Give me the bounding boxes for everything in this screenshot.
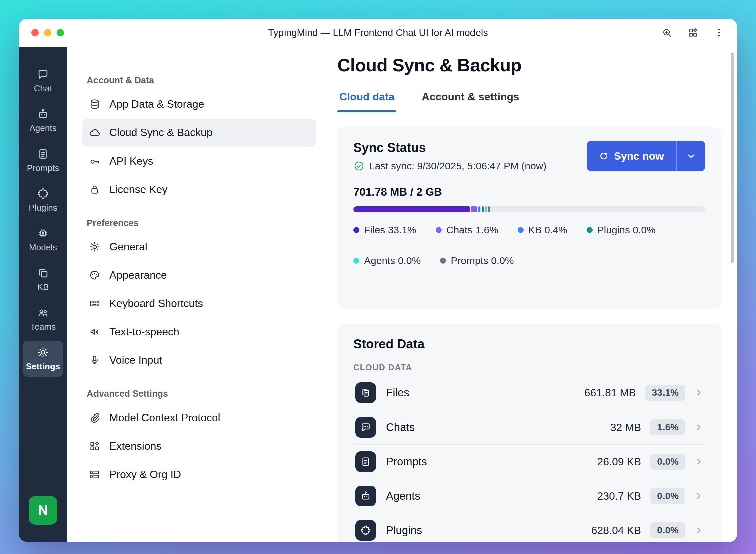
chevron-right-icon [694,457,703,466]
legend-dot [587,227,593,233]
files-icon [355,382,376,403]
settings-sidebar: Account & Data App Data & Storage Cloud … [67,47,321,542]
nav-item-prompts[interactable]: Prompts [23,142,63,178]
legend-dot [353,258,359,264]
gear-icon [37,346,49,359]
palette-icon [89,269,101,281]
sidebar-item-label: General [109,241,147,253]
legend-item-kb: KB 0.4% [517,224,567,236]
close-window-button[interactable] [32,29,39,36]
nav-item-settings[interactable]: Settings [23,341,63,377]
sidebar-item-label: Model Context Protocol [109,411,220,424]
sync-options-button[interactable] [676,141,705,171]
minimize-window-button[interactable] [44,29,51,36]
sidebar-item-appearance[interactable]: Appearance [82,261,316,289]
nav-item-chat[interactable]: Chat [23,63,63,99]
row-percent-badge: 33.1% [646,385,685,401]
page-zoom-icon[interactable] [661,27,672,38]
nav-item-agents[interactable]: Agents [23,103,63,139]
key-icon [89,155,101,167]
stored-data-card: Stored Data CLOUD DATA Files 661.81 MB 3… [337,324,721,542]
vertical-scrollbar[interactable] [730,53,734,263]
legend-label: KB 0.4% [528,224,567,236]
legend-label: Chats 1.6% [447,224,498,236]
chevron-right-icon [694,525,703,535]
keyboard-icon [89,298,101,310]
app-window: TypingMind — LLM Frontend Chat UI for AI… [19,19,737,542]
lock-icon [89,183,101,195]
chats-icon [355,417,376,438]
overflow-menu-icon[interactable] [713,27,724,38]
agents-icon [355,486,376,506]
row-size: 26.09 KB [597,455,642,468]
traffic-lights [32,29,64,36]
content-area: Cloud Sync & Backup Cloud data Account &… [321,47,737,542]
section-header-account-data: Account & Data [87,75,316,86]
cloud-data-group-header: CLOUD DATA [353,363,705,373]
sidebar-item-voice-input[interactable]: Voice Input [82,346,316,374]
nav-item-teams[interactable]: Teams [23,301,63,337]
titlebar-actions [661,27,724,38]
tabs: Cloud data Account & settings [337,91,721,112]
server-icon [89,468,101,480]
sidebar-item-label: Cloud Sync & Backup [109,126,213,139]
sidebar-item-extensions[interactable]: Extensions [82,432,316,460]
sidebar-item-license-key[interactable]: License Key [82,175,316,203]
primary-nav: Chat Agents Prompts Plugins Models KB [19,47,67,542]
chevron-down-icon [686,151,696,161]
models-icon [37,227,49,240]
nav-item-kb[interactable]: KB [23,261,63,298]
stored-row-agents[interactable]: Agents 230.7 KB 0.0% [353,479,705,513]
sidebar-item-app-data-storage[interactable]: App Data & Storage [82,91,316,118]
chevron-right-icon [694,388,703,397]
titlebar: TypingMind — LLM Frontend Chat UI for AI… [19,19,737,47]
stored-data-rows: Files 661.81 MB 33.1% Chats 32 MB 1.6% [353,376,705,542]
sidebar-item-label: Proxy & Org ID [109,468,181,481]
legend-item-agents: Agents 0.0% [353,255,421,266]
sidebar-item-label: License Key [109,183,167,196]
sidebar-item-label: Extensions [109,440,162,452]
sync-now-button[interactable]: Sync now [587,141,676,171]
tab-cloud-data[interactable]: Cloud data [337,91,396,112]
sync-now-split-button: Sync now [587,141,705,171]
nav-label: Models [29,242,57,253]
plugins-icon [355,520,376,541]
chevron-right-icon [694,423,703,432]
last-sync-text: Last sync: 9/30/2025, 5:06:47 PM (now) [369,160,546,172]
gear-icon [89,241,101,253]
sidebar-item-api-keys[interactable]: API Keys [82,147,316,175]
sidebar-item-label: App Data & Storage [109,98,204,110]
paperclip-icon [89,412,101,424]
legend-label: Prompts 0.0% [451,255,514,266]
legend-dot [436,227,442,233]
page-title: Cloud Sync & Backup [337,55,721,75]
nav-item-plugins[interactable]: Plugins [23,182,63,218]
stored-row-plugins[interactable]: Plugins 628.04 KB 0.0% [353,513,705,542]
fullscreen-window-button[interactable] [57,29,64,36]
sidebar-item-label: API Keys [109,155,153,167]
sidebar-item-cloud-sync-backup[interactable]: Cloud Sync & Backup [82,119,316,147]
tab-account-settings[interactable]: Account & settings [420,91,521,112]
stored-row-chats[interactable]: Chats 32 MB 1.6% [353,410,705,445]
sidebar-item-model-context-protocol[interactable]: Model Context Protocol [82,404,316,432]
check-circle-icon [353,160,365,172]
row-label: Plugins [386,524,422,537]
nav-item-models[interactable]: Models [23,222,63,258]
sync-status-card: Sync Status Last sync: 9/30/2025, 5:06:4… [337,127,721,309]
stored-row-prompts[interactable]: Prompts 26.09 KB 0.0% [353,445,705,479]
sidebar-item-label: Voice Input [109,354,162,367]
legend-label: Agents 0.0% [364,255,421,266]
stored-row-files[interactable]: Files 661.81 MB 33.1% [353,376,705,410]
browser-extensions-icon[interactable] [687,27,699,38]
row-label: Prompts [386,455,427,468]
agents-icon [37,108,49,120]
sidebar-item-keyboard-shortcuts[interactable]: Keyboard Shortcuts [82,290,316,317]
prompts-icon [37,148,49,160]
stored-data-title: Stored Data [353,337,705,351]
sidebar-item-text-to-speech[interactable]: Text-to-speech [82,318,316,346]
user-avatar[interactable]: N [29,496,57,524]
legend-item-chats: Chats 1.6% [436,224,498,236]
sidebar-item-proxy-org-id[interactable]: Proxy & Org ID [82,460,316,488]
sidebar-item-general[interactable]: General [82,233,316,261]
row-percent-badge: 0.0% [651,522,685,538]
